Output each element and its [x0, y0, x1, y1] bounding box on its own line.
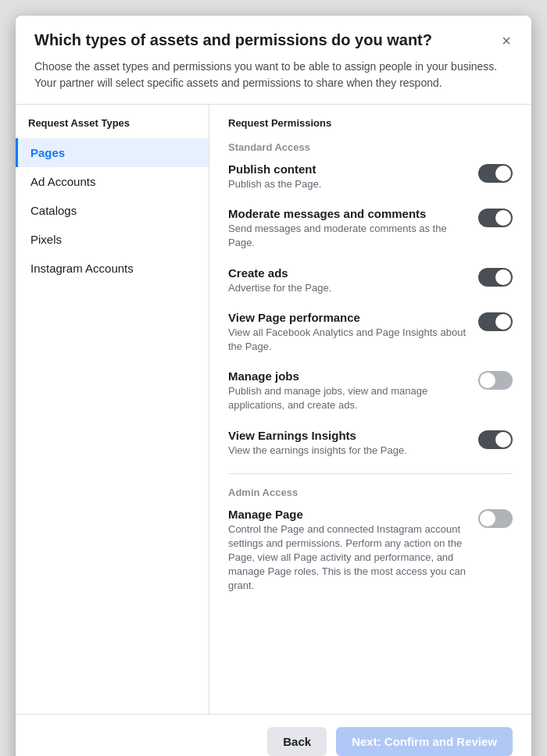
permission-desc: View the earnings insights for the Page.	[228, 444, 469, 458]
permission-publish-content: Publish content Publish as the Page.	[228, 162, 513, 191]
permission-name: View Earnings Insights	[228, 429, 469, 442]
toggle-view-earnings[interactable]	[478, 430, 513, 449]
sidebar-item-ad-accounts[interactable]: Ad Accounts	[16, 167, 209, 196]
modal-body: Request Asset Types Pages Ad Accounts Ca…	[16, 105, 531, 714]
permission-manage-page: Manage Page Control the Page and connect…	[228, 508, 513, 594]
permission-view-performance: View Page performance View all Facebook …	[228, 311, 513, 354]
back-button[interactable]: Back	[267, 727, 327, 756]
sidebar-item-catalogs[interactable]: Catalogs	[16, 196, 209, 225]
permission-desc: View all Facebook Analytics and Page Ins…	[228, 326, 469, 354]
right-panel-title: Request Permissions	[228, 117, 513, 129]
toggle-view-performance[interactable]	[478, 312, 513, 331]
sidebar-item-pages[interactable]: Pages	[16, 138, 209, 167]
sidebar-item-instagram-accounts[interactable]: Instagram Accounts	[16, 254, 209, 283]
modal-description: Choose the asset types and permissions y…	[34, 59, 513, 91]
left-panel: Request Asset Types Pages Ad Accounts Ca…	[16, 105, 209, 714]
permission-desc: Control the Page and connected Instagram…	[228, 522, 469, 594]
modal: Which types of assets and permissions do…	[16, 16, 531, 756]
permission-moderate-messages: Moderate messages and comments Send mess…	[228, 207, 513, 250]
permission-desc: Advertise for the Page.	[228, 281, 469, 295]
permission-name: Manage jobs	[228, 369, 469, 383]
sidebar-item-pixels[interactable]: Pixels	[16, 225, 209, 254]
toggle-moderate-messages[interactable]	[478, 209, 513, 227]
standard-access-label: Standard Access	[228, 141, 513, 153]
permission-manage-jobs: Manage jobs Publish and manage jobs, vie…	[228, 369, 513, 412]
permission-name: Moderate messages and comments	[228, 207, 469, 220]
right-panel: Request Permissions Standard Access Publ…	[209, 105, 531, 714]
toggle-manage-page[interactable]	[478, 509, 513, 528]
admin-access-label: Admin Access	[228, 487, 513, 498]
permission-create-ads: Create ads Advertise for the Page.	[228, 266, 513, 295]
permission-view-earnings: View Earnings Insights View the earnings…	[228, 429, 513, 458]
permission-name: Publish content	[228, 162, 469, 176]
modal-title: Which types of assets and permissions do…	[34, 31, 513, 49]
next-button[interactable]: Next: Confirm and Review	[336, 727, 513, 756]
modal-header: Which types of assets and permissions do…	[16, 16, 531, 105]
permission-desc: Publish as the Page.	[228, 177, 469, 191]
modal-footer: Back Next: Confirm and Review	[16, 714, 531, 756]
permission-name: Create ads	[228, 266, 469, 280]
permission-name: Manage Page	[228, 508, 469, 521]
left-panel-title: Request Asset Types	[16, 117, 209, 138]
close-button[interactable]: ×	[495, 30, 517, 52]
permission-desc: Publish and manage jobs, view and manage…	[228, 384, 469, 412]
permission-desc: Send messages and moderate comments as t…	[228, 222, 469, 250]
toggle-publish-content[interactable]	[478, 164, 513, 183]
section-divider	[228, 473, 513, 474]
permission-name: View Page performance	[228, 311, 469, 324]
toggle-create-ads[interactable]	[478, 268, 513, 287]
toggle-manage-jobs[interactable]	[478, 371, 513, 390]
